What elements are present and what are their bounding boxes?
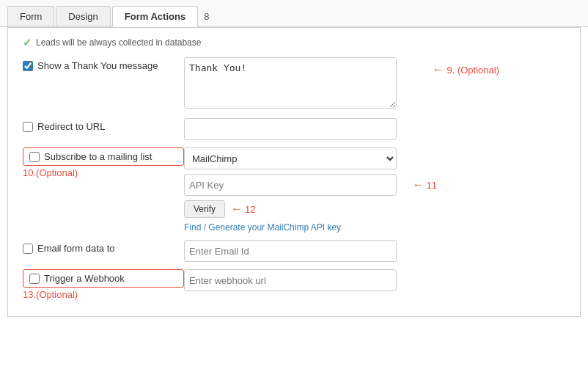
email-label-text: Email form data to: [37, 243, 115, 254]
email-input[interactable]: [184, 240, 397, 262]
annotation-13: 13.(Optional): [23, 289, 184, 300]
redirect-label-text: Redirect to URL: [37, 121, 105, 132]
redirect-checkbox[interactable]: [23, 122, 33, 132]
annotation-9: ← 9. (Optional): [432, 63, 499, 76]
annotation-11: ← 11: [413, 178, 437, 191]
mailing-list-checkbox[interactable]: [29, 152, 40, 162]
thank-you-label-text: Show a Thank You message: [37, 60, 158, 71]
email-checkbox[interactable]: [23, 244, 33, 254]
verify-button[interactable]: Verify: [184, 200, 225, 218]
mailing-list-label[interactable]: Subscribe to a mailing list: [23, 147, 184, 166]
thank-you-textarea[interactable]: Thank You!: [184, 57, 397, 109]
arrow-left-icon-12: ←: [231, 202, 243, 216]
verify-row: Verify ← 12: [184, 200, 397, 218]
redirect-row: Redirect to URL: [23, 118, 565, 140]
webhook-url-input[interactable]: [184, 269, 397, 291]
info-row: ✓ Leads will be always collected in data…: [23, 37, 565, 48]
redirect-label[interactable]: Redirect to URL: [23, 118, 184, 132]
tab-form[interactable]: Form: [7, 6, 54, 26]
api-key-input[interactable]: [184, 174, 397, 196]
thank-you-row: Show a Thank You message Thank You! ← 9.…: [23, 57, 565, 111]
content-area: ✓ Leads will be always collected in data…: [7, 27, 581, 317]
mailing-list-row: Subscribe to a mailing list 10.(Optional…: [23, 147, 565, 233]
annotation-10: 10.(Optional): [23, 167, 184, 178]
tab-badge: 8: [204, 11, 209, 22]
mailing-list-select[interactable]: MailChimp MailerLite AWeber GetResponse: [184, 147, 397, 169]
webhook-row: Trigger a Webhook 13.(Optional): [23, 269, 565, 300]
redirect-url-input[interactable]: [184, 118, 397, 140]
check-icon: ✓: [23, 37, 32, 48]
mailing-list-label-text: Subscribe to a mailing list: [44, 151, 152, 162]
main-container: Form Design Form Actions 8 ✓ Leads will …: [0, 0, 588, 369]
annotation-12: ← 12: [231, 202, 255, 216]
webhook-label[interactable]: Trigger a Webhook: [23, 269, 184, 288]
tabs-bar: Form Design Form Actions 8: [0, 0, 588, 27]
thank-you-label[interactable]: Show a Thank You message: [23, 57, 184, 71]
thank-you-checkbox[interactable]: [23, 61, 33, 71]
arrow-left-icon-11: ←: [413, 178, 425, 191]
email-row: Email form data to: [23, 240, 565, 262]
mailchimp-api-link[interactable]: Find / Generate your MailChimp API key: [184, 222, 397, 233]
email-label[interactable]: Email form data to: [23, 240, 184, 254]
webhook-checkbox[interactable]: [29, 274, 40, 284]
tab-design[interactable]: Design: [56, 6, 110, 26]
info-text: Leads will be always collected in databa…: [36, 37, 201, 48]
tab-form-actions[interactable]: Form Actions: [112, 6, 198, 27]
arrow-left-icon: ←: [432, 63, 444, 76]
webhook-label-text: Trigger a Webhook: [44, 273, 125, 284]
